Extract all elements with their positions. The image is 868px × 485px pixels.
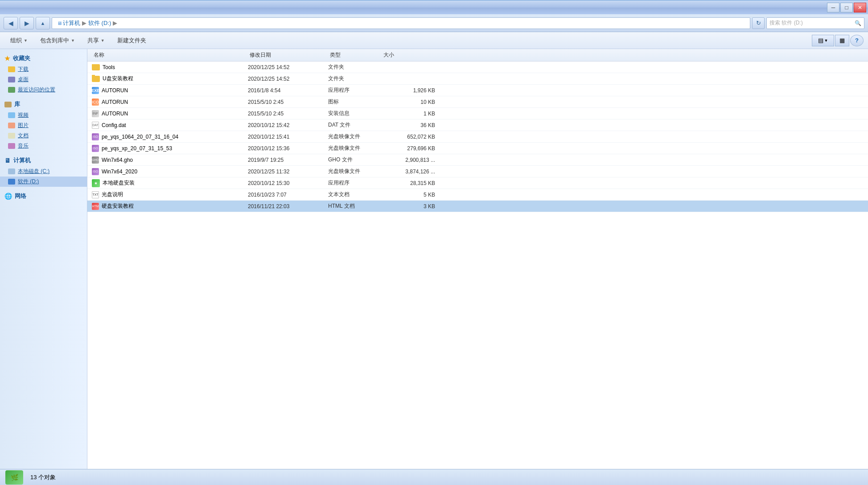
breadcrumb-sep1: ▶ — [82, 20, 86, 26]
sidebar-download-label: 下载 — [18, 66, 29, 73]
breadcrumb-computer[interactable]: 计算机 — [63, 19, 80, 27]
col-header-name[interactable]: 名称 — [92, 50, 248, 60]
file-type: 文件夹 — [328, 63, 382, 71]
library-icon — [4, 102, 12, 107]
share-arrow: ▼ — [101, 38, 105, 43]
iso-icon: ISO — [92, 145, 99, 152]
col-size-label: 大小 — [383, 51, 394, 59]
file-date: 2019/9/7 19:25 — [248, 157, 328, 163]
col-header-size[interactable]: 大小 — [382, 50, 435, 60]
sidebar-item-document[interactable]: 文档 — [0, 131, 87, 141]
ico-icon: ICO — [92, 99, 99, 106]
search-placeholder: 搜索 软件 (D:) — [769, 19, 803, 27]
file-name-text: AUTORUN — [102, 111, 128, 117]
organize-label: 组织 — [10, 37, 22, 45]
table-row[interactable]: ICO AUTORUN 2015/5/10 2:45 图标 10 KB — [87, 96, 868, 108]
col-date-label: 修改日期 — [250, 51, 271, 59]
file-size: 5 KB — [382, 192, 435, 198]
up-button[interactable]: ▲ — [36, 17, 50, 29]
sidebar-music-label: 音乐 — [18, 142, 29, 150]
new-folder-label: 新建文件夹 — [117, 37, 146, 45]
minimize-button[interactable]: ─ — [827, 3, 839, 12]
table-row[interactable]: EXE AUTORUN 2016/1/8 4:54 应用程序 1,926 KB — [87, 85, 868, 96]
file-list-area: 名称 修改日期 类型 大小 Tools 2020/12/25 14:52 文件夹… — [87, 49, 868, 469]
col-name-label: 名称 — [94, 51, 104, 59]
table-row[interactable]: Tools 2020/12/25 14:52 文件夹 — [87, 62, 868, 73]
file-date: 2020/10/12 15:42 — [248, 122, 328, 128]
sidebar-network-header[interactable]: 🌐 网络 — [0, 190, 87, 202]
breadcrumb[interactable]: 🖥 计算机 ▶ 软件 (D:) ▶ — [52, 17, 750, 29]
file-type: 安装信息 — [328, 110, 382, 117]
folder-icon — [92, 64, 100, 70]
table-row[interactable]: ISO Win7x64_2020 2020/12/25 11:32 光盘映像文件… — [87, 166, 868, 177]
file-size: 28,315 KB — [382, 180, 435, 186]
status-count: 13 个对象 — [30, 473, 56, 481]
sidebar-item-video[interactable]: 视频 — [0, 110, 87, 120]
sidebar-item-download[interactable]: 下载 — [0, 64, 87, 74]
view-button[interactable]: ▤ ▼ — [812, 35, 834, 46]
file-name-text: pe_yqs_1064_20_07_31_16_04 — [102, 134, 178, 140]
refresh-button[interactable]: ↻ — [752, 17, 765, 29]
table-row[interactable]: INF AUTORUN 2015/5/10 2:45 安装信息 1 KB — [87, 108, 868, 119]
help-button[interactable]: ? — [850, 35, 864, 46]
address-bar: ◀ ▶ ▲ 🖥 计算机 ▶ 软件 (D:) ▶ ↻ 搜索 软件 (D:) 🔍 — [0, 14, 868, 32]
search-icon: 🔍 — [855, 20, 861, 26]
file-name-text: 光盘说明 — [102, 191, 123, 198]
table-row[interactable]: U盘安装教程 2020/12/25 14:52 文件夹 — [87, 73, 868, 85]
sidebar-library-label: 库 — [14, 100, 20, 108]
col-header-type[interactable]: 类型 — [328, 50, 382, 60]
new-folder-button[interactable]: 新建文件夹 — [111, 34, 152, 47]
file-name-text: AUTORUN — [102, 99, 128, 105]
file-size: 3 KB — [382, 203, 435, 210]
sidebar-item-desktop[interactable]: 桌面 — [0, 74, 87, 85]
breadcrumb-software[interactable]: 软件 (D:) — [88, 19, 111, 27]
file-name-text: U盘安装教程 — [103, 75, 133, 82]
table-row[interactable]: ★ 本地硬盘安装 2020/10/12 15:30 应用程序 28,315 KB — [87, 177, 868, 189]
computer-icon: 🖥 — [56, 20, 63, 27]
organize-button[interactable]: 组织 ▼ — [4, 34, 33, 47]
sidebar-computer-header[interactable]: 🖥 计算机 — [0, 155, 87, 166]
table-row[interactable]: HTM 硬盘安装教程 2016/11/21 22:03 HTML 文档 3 KB — [87, 201, 868, 212]
search-box[interactable]: 搜索 软件 (D:) 🔍 — [766, 17, 864, 29]
maximize-button[interactable]: □ — [840, 3, 853, 12]
share-button[interactable]: 共享 ▼ — [82, 34, 111, 47]
sidebar-favorites-header[interactable]: ★ 收藏夹 — [0, 53, 87, 64]
file-type: 光盘映像文件 — [328, 133, 382, 140]
table-row[interactable]: TXT 光盘说明 2016/10/23 7:07 文本文档 5 KB — [87, 189, 868, 201]
sidebar-local-c-label: 本地磁盘 (C:) — [18, 168, 49, 175]
file-type: 应用程序 — [328, 179, 382, 187]
include-arrow: ▼ — [71, 38, 75, 43]
col-header-date[interactable]: 修改日期 — [248, 50, 328, 60]
folder-icon — [92, 76, 100, 82]
dat-icon: DAT — [92, 122, 99, 129]
table-row[interactable]: ISO pe_yqs_1064_20_07_31_16_04 2020/10/1… — [87, 131, 868, 143]
table-row[interactable]: DAT Config.dat 2020/10/12 15:42 DAT 文件 3… — [87, 119, 868, 131]
status-bar: 🌿 13 个对象 — [0, 469, 868, 485]
exe-icon: EXE — [92, 87, 99, 94]
recent-icon — [8, 87, 15, 93]
back-button[interactable]: ◀ — [4, 17, 18, 29]
special-icon: ★ — [92, 179, 100, 187]
file-size: 3,874,126 ... — [382, 169, 435, 175]
sidebar-item-picture[interactable]: 图片 — [0, 120, 87, 131]
table-row[interactable]: ISO pe_yqs_xp_20_07_31_15_53 2020/10/12 … — [87, 143, 868, 154]
sidebar-library-header[interactable]: 库 — [0, 99, 87, 110]
sidebar-document-label: 文档 — [18, 132, 29, 140]
music-icon — [8, 143, 15, 149]
forward-button[interactable]: ▶ — [20, 17, 34, 29]
sidebar-item-software-d[interactable]: 软件 (D:) — [0, 177, 87, 187]
sidebar-item-recent[interactable]: 最近访问的位置 — [0, 85, 87, 95]
close-button[interactable]: ✕ — [854, 3, 866, 12]
table-row[interactable]: GHO Win7x64.gho 2019/9/7 19:25 GHO 文件 2,… — [87, 154, 868, 166]
file-type: 文本文档 — [328, 191, 382, 198]
sidebar-picture-label: 图片 — [18, 122, 29, 129]
sidebar-item-music[interactable]: 音乐 — [0, 141, 87, 151]
col-type-label: 类型 — [330, 51, 341, 59]
sidebar-item-local-c[interactable]: 本地磁盘 (C:) — [0, 166, 87, 177]
drive-d-icon — [8, 179, 15, 185]
gho-icon: GHO — [92, 156, 99, 164]
include-button[interactable]: 包含到库中 ▼ — [34, 34, 81, 47]
sidebar-software-d-label: 软件 (D:) — [18, 178, 39, 185]
share-label: 共享 — [87, 37, 99, 45]
preview-button[interactable]: ▦ — [835, 35, 849, 46]
